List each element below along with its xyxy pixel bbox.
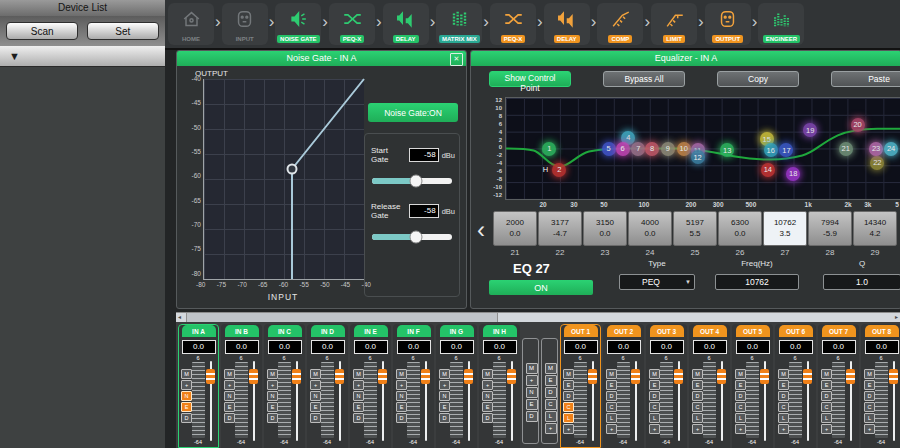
- noise-gate-on-button[interactable]: Noise Gate:ON: [368, 103, 458, 122]
- band-cell-values[interactable]: 6300 0.0: [718, 211, 762, 246]
- eq-response-plot[interactable]: 1 H 2 4 5: [505, 97, 900, 200]
- scroll-right-icon[interactable]: ▸: [895, 313, 898, 322]
- eq-control-point[interactable]: 5: [602, 142, 616, 156]
- channel-button[interactable]: C: [545, 399, 557, 410]
- type-select[interactable]: PEQ ▼: [619, 274, 695, 290]
- fader-handle[interactable]: [464, 369, 473, 384]
- slider-thumb[interactable]: [410, 231, 423, 244]
- toolbar-button[interactable]: COMP: [597, 3, 643, 45]
- channel-tab[interactable]: IN H: [483, 325, 517, 337]
- band-cell-values[interactable]: 4000 0.0: [628, 211, 672, 246]
- band-cell-values[interactable]: 3177 -4.7: [538, 211, 582, 246]
- eq-control-point[interactable]: 16: [764, 143, 778, 157]
- channel-gain-value[interactable]: 0.0: [865, 340, 899, 354]
- channel-gain-value[interactable]: 0.0: [822, 340, 856, 354]
- eq-control-point[interactable]: 7: [631, 142, 645, 156]
- band-cell-values[interactable]: 7994 -5.9: [808, 211, 852, 246]
- toolbar-button[interactable]: ENGINEER: [758, 3, 804, 45]
- show-control-point-button[interactable]: Show Control Point: [489, 71, 571, 87]
- toolbar-button[interactable]: DELAY: [383, 3, 429, 45]
- start-gate-value[interactable]: -58: [409, 148, 439, 162]
- channel-button[interactable]: M: [526, 363, 538, 374]
- band-cell[interactable]: 14340 4.2 29: [853, 211, 897, 257]
- band-cell-values[interactable]: 10762 3.5: [763, 211, 807, 246]
- slider-thumb[interactable]: [410, 175, 423, 188]
- channel-tab[interactable]: OUT 1: [564, 325, 598, 337]
- gate-transfer-plot[interactable]: [203, 79, 364, 280]
- channel-button[interactable]: N: [526, 387, 538, 398]
- channel-gain-value[interactable]: 0.0: [650, 340, 684, 354]
- eq-control-point[interactable]: 21: [839, 142, 853, 156]
- eq-control-point[interactable]: 9: [661, 142, 675, 156]
- channel-button[interactable]: +: [545, 423, 557, 434]
- band-cell-values[interactable]: 3150 0.0: [583, 211, 627, 246]
- toolbar-button[interactable]: PEQ-X: [490, 3, 536, 45]
- eq-control-point[interactable]: 19: [803, 123, 817, 137]
- fader-handle[interactable]: [206, 369, 215, 384]
- eq-control-point[interactable]: 23: [869, 142, 883, 156]
- freq-field[interactable]: 10762: [715, 274, 799, 290]
- fader-handle[interactable]: [421, 369, 430, 384]
- toolbar-button[interactable]: HOME: [168, 3, 214, 45]
- band-cell[interactable]: 4000 0.0 24: [628, 211, 672, 257]
- band-cell[interactable]: 5197 5.5 25: [673, 211, 717, 257]
- eq-control-point[interactable]: 17: [779, 143, 793, 157]
- eq-control-point[interactable]: 2: [552, 163, 566, 177]
- eq-control-point[interactable]: 13: [720, 143, 734, 157]
- channel-gain-value[interactable]: 0.0: [693, 340, 727, 354]
- channel-button[interactable]: E: [545, 375, 557, 386]
- fader-handle[interactable]: [378, 369, 387, 384]
- fader-handle[interactable]: [889, 369, 898, 384]
- band-cell[interactable]: 7994 -5.9 28: [808, 211, 852, 257]
- fader-handle[interactable]: [846, 369, 855, 384]
- channel-gain-value[interactable]: 0.0: [564, 340, 598, 354]
- scrollbar-thumb[interactable]: [186, 313, 498, 322]
- scan-button[interactable]: Scan: [6, 22, 78, 40]
- eq-control-point[interactable]: H: [539, 163, 553, 177]
- bypass-all-button[interactable]: Bypass All: [603, 71, 685, 87]
- channel-tab[interactable]: OUT 2: [607, 325, 641, 337]
- eq-control-point[interactable]: 6: [616, 142, 630, 156]
- channel-gain-value[interactable]: 0.0: [779, 340, 813, 354]
- release-gate-value[interactable]: -58: [409, 204, 439, 218]
- toolbar-button[interactable]: MATRIX MIX: [436, 3, 482, 45]
- channel-tab[interactable]: IN A: [182, 325, 216, 337]
- channel-tab[interactable]: OUT 4: [693, 325, 727, 337]
- channel-button[interactable]: E: [526, 399, 538, 410]
- band-cell[interactable]: 3150 0.0 23: [583, 211, 627, 257]
- fader-handle[interactable]: [674, 369, 683, 384]
- eq-control-point[interactable]: 1: [542, 142, 556, 156]
- fader-handle[interactable]: [507, 369, 516, 384]
- toolbar-button[interactable]: DELAY: [544, 3, 590, 45]
- channel-gain-value[interactable]: 0.0: [483, 340, 517, 354]
- fader-handle[interactable]: [803, 369, 812, 384]
- channel-gain-value[interactable]: 0.0: [440, 340, 474, 354]
- band-cell[interactable]: 6300 0.0 26: [718, 211, 762, 257]
- toolbar-button[interactable]: INPUT: [222, 3, 268, 45]
- channel-gain-value[interactable]: 0.0: [397, 340, 431, 354]
- channel-tab[interactable]: IN E: [354, 325, 388, 337]
- band-cell-values[interactable]: 2000 0.0: [493, 211, 537, 246]
- band-cell-values[interactable]: 14340 4.2: [853, 211, 897, 246]
- fader-handle[interactable]: [249, 369, 258, 384]
- close-icon[interactable]: ✕: [450, 53, 463, 66]
- gate-threshold-handle[interactable]: [287, 164, 298, 175]
- channel-button[interactable]: L: [545, 411, 557, 422]
- band-on-button[interactable]: ON: [489, 280, 593, 295]
- eq-control-point[interactable]: 22: [870, 156, 884, 170]
- eq-control-point[interactable]: 10: [677, 142, 691, 156]
- band-cell-values[interactable]: 5197 5.5: [673, 211, 717, 246]
- channel-tab[interactable]: IN D: [311, 325, 345, 337]
- fader-handle[interactable]: [631, 369, 640, 384]
- device-list-expander[interactable]: ▼: [0, 46, 165, 67]
- channel-tab[interactable]: OUT 5: [736, 325, 770, 337]
- channel-button[interactable]: D: [545, 387, 557, 398]
- channel-tab[interactable]: IN F: [397, 325, 431, 337]
- channel-tab[interactable]: OUT 3: [650, 325, 684, 337]
- scroll-left-icon[interactable]: ◂: [178, 313, 181, 322]
- channel-tab[interactable]: OUT 8: [865, 325, 899, 337]
- toolbar-button[interactable]: NOISE GATE: [275, 3, 321, 45]
- channel-gain-value[interactable]: 0.0: [354, 340, 388, 354]
- band-cell[interactable]: 2000 0.0 21: [493, 211, 537, 257]
- channel-tab[interactable]: OUT 7: [822, 325, 856, 337]
